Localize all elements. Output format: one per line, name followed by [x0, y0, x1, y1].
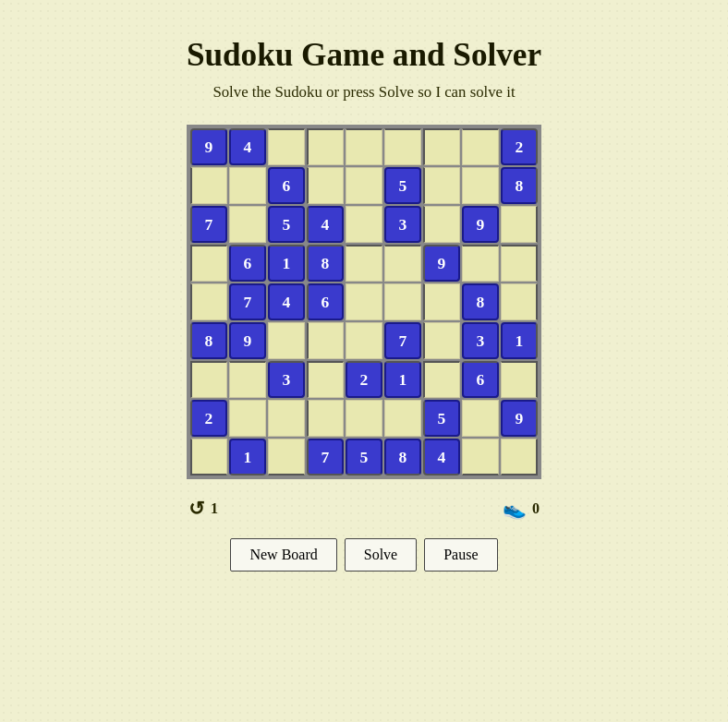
cell-8-1: 1	[229, 439, 266, 475]
cell-3-1: 6	[229, 245, 266, 282]
buttons-row: New Board Solve Pause	[230, 538, 497, 572]
cell-6-4: 2	[346, 361, 382, 398]
cell-3-2: 1	[268, 245, 305, 282]
cell-5-3[interactable]	[307, 322, 344, 359]
subtitle: Solve the Sudoku or press Solve so I can…	[212, 83, 515, 102]
cell-7-3[interactable]	[307, 400, 344, 437]
score-value: 0	[532, 500, 540, 517]
cell-3-6: 9	[423, 245, 460, 282]
cell-6-2: 3	[268, 361, 305, 398]
cell-6-7: 6	[462, 361, 499, 398]
cell-8-0[interactable]	[190, 439, 227, 475]
cell-6-1[interactable]	[229, 361, 266, 398]
cell-4-8[interactable]	[501, 283, 538, 320]
cell-8-2[interactable]	[268, 439, 305, 475]
cell-3-8[interactable]	[501, 245, 538, 282]
cell-4-3: 6	[307, 283, 344, 320]
cell-8-5: 8	[384, 439, 421, 475]
cell-8-3: 7	[307, 439, 344, 475]
cell-0-5[interactable]	[384, 128, 421, 165]
cell-4-2: 4	[268, 283, 305, 320]
cell-5-6[interactable]	[423, 322, 460, 359]
cell-3-5[interactable]	[384, 245, 421, 282]
cell-2-0: 7	[190, 206, 227, 243]
controls-row: ↺ 1 👟 0	[188, 498, 540, 520]
cell-1-5: 5	[384, 167, 421, 204]
cell-3-7[interactable]	[462, 245, 499, 282]
cell-4-7: 8	[462, 283, 499, 320]
cell-1-6[interactable]	[423, 167, 460, 204]
cell-1-1[interactable]	[229, 167, 266, 204]
cell-2-1[interactable]	[229, 206, 266, 243]
cell-5-8: 1	[501, 322, 538, 359]
cell-6-8[interactable]	[501, 361, 538, 398]
cell-6-0[interactable]	[190, 361, 227, 398]
pause-button[interactable]: Pause	[424, 538, 497, 572]
cell-1-2: 6	[268, 167, 305, 204]
cell-1-3[interactable]	[307, 167, 344, 204]
cell-3-0[interactable]	[190, 245, 227, 282]
undo-icon: ↺	[188, 498, 205, 520]
cell-7-8: 9	[501, 400, 538, 437]
cell-8-4: 5	[346, 439, 382, 475]
cell-7-1[interactable]	[229, 400, 266, 437]
cell-2-4[interactable]	[346, 206, 382, 243]
sudoku-wrapper: 942658754396189746889731321625917584 ↺ 1…	[187, 125, 541, 572]
cell-4-5[interactable]	[384, 283, 421, 320]
score-group: 👟 0	[503, 498, 540, 520]
solve-button[interactable]: Solve	[345, 538, 417, 572]
cell-4-4[interactable]	[346, 283, 382, 320]
page-title: Sudoku Game and Solver	[187, 37, 541, 74]
cell-0-3[interactable]	[307, 128, 344, 165]
undo-group: ↺ 1	[188, 498, 218, 520]
cell-2-6[interactable]	[423, 206, 460, 243]
cell-1-7[interactable]	[462, 167, 499, 204]
cell-7-5[interactable]	[384, 400, 421, 437]
cell-2-5: 3	[384, 206, 421, 243]
undo-count: 1	[211, 500, 218, 517]
cell-5-0: 8	[190, 322, 227, 359]
cell-2-2: 5	[268, 206, 305, 243]
cell-0-7[interactable]	[462, 128, 499, 165]
cell-5-4[interactable]	[346, 322, 382, 359]
cell-0-8: 2	[501, 128, 538, 165]
cell-3-3: 8	[307, 245, 344, 282]
cell-1-0[interactable]	[190, 167, 227, 204]
cell-2-7: 9	[462, 206, 499, 243]
cell-1-4[interactable]	[346, 167, 382, 204]
cell-0-6[interactable]	[423, 128, 460, 165]
cell-7-4[interactable]	[346, 400, 382, 437]
cell-5-7: 3	[462, 322, 499, 359]
cell-7-2[interactable]	[268, 400, 305, 437]
cell-4-1: 7	[229, 283, 266, 320]
cell-5-2[interactable]	[268, 322, 305, 359]
cell-8-7[interactable]	[462, 439, 499, 475]
score-icon: 👟	[503, 498, 527, 520]
cell-0-4[interactable]	[346, 128, 382, 165]
cell-0-1: 4	[229, 128, 266, 165]
cell-5-1: 9	[229, 322, 266, 359]
cell-4-0[interactable]	[190, 283, 227, 320]
cell-8-6: 4	[423, 439, 460, 475]
cell-0-0: 9	[190, 128, 227, 165]
cell-0-2[interactable]	[268, 128, 305, 165]
cell-1-8: 8	[501, 167, 538, 204]
cell-2-3: 4	[307, 206, 344, 243]
cell-5-5: 7	[384, 322, 421, 359]
cell-4-6[interactable]	[423, 283, 460, 320]
cell-7-6: 5	[423, 400, 460, 437]
sudoku-grid: 942658754396189746889731321625917584	[187, 125, 541, 479]
cell-7-0: 2	[190, 400, 227, 437]
cell-3-4[interactable]	[346, 245, 382, 282]
cell-6-5: 1	[384, 361, 421, 398]
cell-7-7[interactable]	[462, 400, 499, 437]
cell-8-8[interactable]	[501, 439, 538, 475]
cell-6-6[interactable]	[423, 361, 460, 398]
cell-6-3[interactable]	[307, 361, 344, 398]
new-board-button[interactable]: New Board	[230, 538, 336, 572]
cell-2-8[interactable]	[501, 206, 538, 243]
